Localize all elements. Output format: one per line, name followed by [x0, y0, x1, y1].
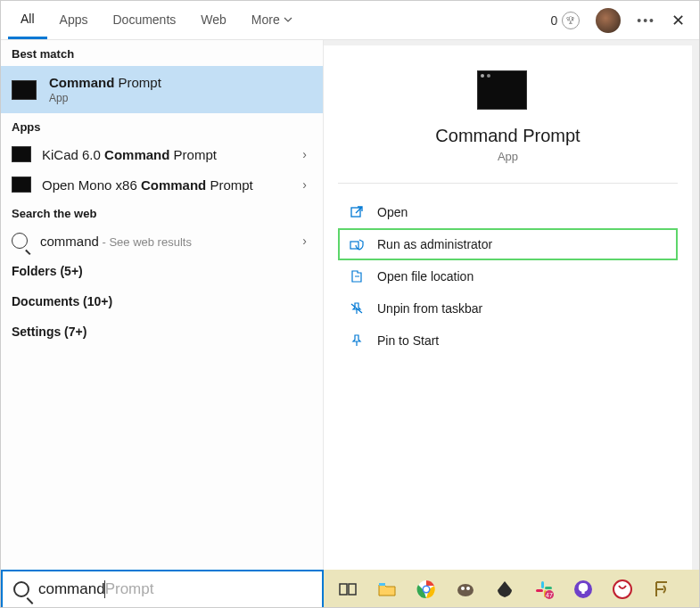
- category-documents[interactable]: Documents (10+): [1, 286, 323, 316]
- action-label: Open: [377, 205, 408, 219]
- preview-title: Command Prompt: [324, 126, 692, 146]
- app-result-mono[interactable]: Open Mono x86 Command Prompt ›: [1, 169, 323, 200]
- tab-web[interactable]: Web: [188, 1, 239, 39]
- search-icon: [13, 581, 29, 597]
- best-match-header: Best match: [1, 40, 323, 66]
- unpin-icon: [349, 300, 365, 316]
- svg-rect-14: [536, 589, 543, 592]
- rewards-count: 0: [550, 13, 557, 28]
- search-icon: [12, 233, 28, 249]
- search-results-panel: Best match Command Prompt App Apps KiCad…: [1, 40, 324, 570]
- taskbar-explorer-icon[interactable]: [368, 573, 406, 605]
- close-icon[interactable]: ✕: [671, 11, 685, 30]
- taskbar-slack-icon[interactable]: 47: [525, 573, 563, 605]
- svg-point-10: [466, 587, 470, 590]
- taskbar-inkscape-icon[interactable]: [486, 573, 523, 605]
- rewards-counter[interactable]: 0 🏆︎: [550, 12, 580, 29]
- tab-all[interactable]: All: [8, 1, 47, 39]
- action-label: Run as administrator: [377, 237, 492, 251]
- action-open-file-location[interactable]: Open file location: [338, 260, 678, 292]
- trophy-icon: 🏆︎: [562, 12, 580, 29]
- action-unpin-taskbar[interactable]: Unpin from taskbar: [338, 292, 678, 325]
- svg-point-7: [424, 587, 429, 592]
- search-ghost-text: Prompt: [105, 580, 154, 598]
- admin-shield-icon: [349, 236, 365, 252]
- web-result[interactable]: command - See web results ›: [1, 226, 323, 256]
- svg-rect-3: [349, 584, 356, 595]
- tab-apps[interactable]: Apps: [47, 1, 101, 39]
- chevron-down-icon: [284, 15, 292, 24]
- pin-icon: [349, 333, 365, 349]
- action-pin-to-start[interactable]: Pin to Start: [338, 325, 678, 357]
- cmd-prompt-icon-large: [477, 70, 527, 110]
- cmd-prompt-icon: [12, 146, 31, 162]
- app-result-label: Open Mono x86 Command Prompt: [42, 177, 297, 193]
- best-match-title: Command Prompt: [49, 75, 161, 90]
- taskbar-github-icon[interactable]: [564, 573, 602, 605]
- svg-rect-2: [340, 584, 347, 595]
- svg-rect-0: [351, 208, 360, 217]
- search-typed-text: command: [38, 580, 105, 598]
- action-label: Pin to Start: [377, 333, 439, 348]
- action-label: Unpin from taskbar: [377, 301, 482, 316]
- taskbar-gimp-icon[interactable]: [447, 573, 484, 605]
- user-avatar[interactable]: [596, 8, 621, 33]
- open-icon: [349, 204, 365, 220]
- preview-panel: Command Prompt App Open Run as administr…: [324, 45, 692, 570]
- taskbar-app-icon-2[interactable]: [643, 573, 680, 605]
- svg-text:47: 47: [546, 592, 553, 598]
- svg-rect-4: [379, 583, 385, 586]
- chevron-right-icon[interactable]: ›: [297, 234, 312, 248]
- tab-documents[interactable]: Documents: [100, 1, 188, 39]
- tab-more[interactable]: More: [239, 1, 305, 39]
- svg-point-9: [461, 587, 465, 590]
- svg-rect-12: [545, 587, 552, 589]
- more-options-icon[interactable]: •••: [637, 13, 655, 28]
- taskbar-app-icon[interactable]: [604, 573, 641, 605]
- preview-subtitle: App: [324, 150, 692, 163]
- search-top-tabs: All Apps Documents Web More 0 🏆︎ ••• ✕: [1, 1, 699, 40]
- web-result-label: command - See web results: [40, 234, 297, 249]
- category-folders[interactable]: Folders (5+): [1, 256, 323, 286]
- best-match-result[interactable]: Command Prompt App: [1, 66, 323, 113]
- app-result-kicad[interactable]: KiCad 6.0 Command Prompt ›: [1, 139, 323, 169]
- cmd-prompt-icon: [12, 80, 37, 100]
- search-box[interactable]: commandPrompt: [1, 570, 324, 608]
- taskbar-task-view-icon[interactable]: [329, 573, 366, 605]
- best-match-subtitle: App: [49, 92, 161, 104]
- taskbar: 47: [324, 570, 699, 608]
- web-header: Search the web: [1, 200, 323, 226]
- svg-rect-11: [541, 581, 544, 588]
- category-settings[interactable]: Settings (7+): [1, 316, 323, 347]
- folder-icon: [349, 268, 365, 284]
- action-label: Open file location: [377, 269, 474, 283]
- action-open[interactable]: Open: [338, 196, 678, 228]
- app-result-label: KiCad 6.0 Command Prompt: [42, 147, 297, 162]
- cmd-prompt-icon: [12, 177, 31, 193]
- divider: [338, 183, 678, 184]
- chevron-right-icon[interactable]: ›: [297, 147, 312, 161]
- svg-point-8: [457, 584, 474, 596]
- apps-header: Apps: [1, 113, 323, 139]
- taskbar-chrome-icon[interactable]: [408, 573, 445, 605]
- chevron-right-icon[interactable]: ›: [297, 177, 312, 192]
- action-run-as-administrator[interactable]: Run as administrator: [338, 228, 678, 260]
